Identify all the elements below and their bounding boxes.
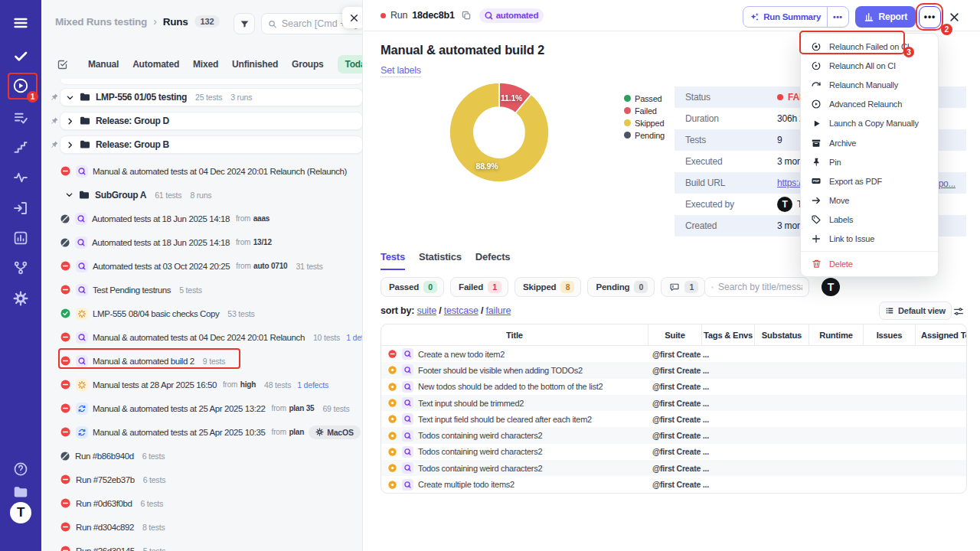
run-list-item[interactable]: LMP-556 01/05 testing 25 tests 3 runs xyxy=(60,88,363,106)
status-filter-pill[interactable]: Skipped 8 xyxy=(514,277,581,297)
test-row[interactable]: Todos containing weird characters2 @firs… xyxy=(381,444,966,460)
menu-item-link-to-issue[interactable]: Link to Issue xyxy=(801,230,938,249)
column-settings-icon[interactable] xyxy=(952,305,965,318)
run-list-item[interactable]: Run #752eb37b 6 tests xyxy=(41,468,363,491)
report-button[interactable]: Report xyxy=(855,6,916,28)
pulse-icon[interactable] xyxy=(13,170,29,186)
run-list-item[interactable]: Manual & automated tests at 04 Dec 2024 … xyxy=(41,325,363,349)
menu-icon[interactable] xyxy=(12,15,29,31)
gear-icon[interactable] xyxy=(13,291,29,307)
col-issues[interactable]: Issues xyxy=(863,324,915,345)
runs-tab[interactable]: Mixed xyxy=(193,59,218,70)
chevron-down-icon[interactable] xyxy=(65,191,74,199)
tab-statistics[interactable]: Statistics xyxy=(419,251,462,270)
col-runtime[interactable]: Runtime xyxy=(808,324,863,345)
status-filter-pill[interactable]: Pending 0 xyxy=(587,277,655,297)
user-avatar[interactable]: T xyxy=(822,278,840,296)
breadcrumb-project[interactable]: Mixed Runs testing xyxy=(55,16,147,28)
sort-testcase-link[interactable]: testcase xyxy=(444,305,479,316)
run-summary-button[interactable]: Run Summary ••• xyxy=(743,6,848,28)
runs-tab[interactable]: Unfinished xyxy=(232,59,278,70)
menu-item-relaunch-failed-on-ci[interactable]: Relaunch Failed on CI xyxy=(801,37,938,56)
run-defects-link[interactable]: 1 defects xyxy=(346,333,363,342)
menu-item-pin[interactable]: Pin xyxy=(801,152,938,171)
col-substatus[interactable]: Substatus xyxy=(754,324,808,345)
test-row[interactable]: Todos containing weird characters2 @firs… xyxy=(381,460,966,476)
sort-failure-link[interactable]: failure xyxy=(486,305,511,316)
run-list-item[interactable]: Manual & automated build 2 9 tests xyxy=(41,349,363,373)
chevron-down-icon[interactable] xyxy=(66,93,74,102)
sort-suite-link[interactable]: suite xyxy=(417,305,436,316)
tests-search-input[interactable] xyxy=(718,282,802,292)
more-actions-button[interactable]: ••• xyxy=(919,6,941,28)
menu-item-export-pdf[interactable]: PDF Export as PDF xyxy=(801,171,938,191)
chevron-right-icon[interactable] xyxy=(66,117,74,126)
run-list-item[interactable]: Manual & automated tests at 25 Apr 2025 … xyxy=(41,396,363,420)
menu-item-advanced-relaunch[interactable]: Advanced Relaunch xyxy=(801,95,938,114)
run-list-item[interactable]: Manual & automated tests at 04 Dec 2024 … xyxy=(41,159,363,183)
tab-defects[interactable]: Defects xyxy=(475,251,511,270)
tab-tests[interactable]: Tests xyxy=(381,251,405,270)
run-list-item[interactable]: Automated tests at 18 Jun 2025 14:18 fro… xyxy=(41,230,363,254)
run-list-item[interactable]: Run #d304c892 8 tests xyxy=(41,515,363,539)
menu-item-archive[interactable]: Archive xyxy=(801,133,938,152)
default-view-button[interactable]: Default view xyxy=(879,302,952,320)
chevron-right-icon[interactable] xyxy=(66,141,74,149)
tests-search[interactable] xyxy=(704,277,809,297)
col-assigned-to[interactable]: Assigned To xyxy=(915,324,966,345)
test-row[interactable]: Create multiple todo items2 @first Creat… xyxy=(381,476,966,492)
status-filter-pill[interactable]: Failed 1 xyxy=(450,277,508,297)
col-title[interactable]: Title xyxy=(381,324,648,345)
sign-in-icon[interactable] xyxy=(13,201,29,217)
menu-item-move[interactable]: Move xyxy=(801,191,938,210)
run-list-item[interactable]: Release: Group B xyxy=(60,135,363,154)
col-tags-envs[interactable]: Tags & Envs xyxy=(701,324,754,345)
branches-icon[interactable] xyxy=(13,260,29,276)
run-list-item[interactable]: Run #b86b940d 6 tests xyxy=(41,444,363,468)
run-list-item[interactable]: Run #0d63f0bd 6 tests xyxy=(41,491,363,515)
col-suite[interactable]: Suite xyxy=(648,324,701,345)
test-row[interactable]: Text input field should be cleared after… xyxy=(381,411,966,427)
run-list-item[interactable]: Test Pending testruns 5 tests xyxy=(41,278,363,302)
status-filter-pill[interactable]: Passed 0 xyxy=(381,277,444,297)
menu-item-relaunch-manually[interactable]: Relaunch Manually xyxy=(801,75,938,94)
test-row[interactable]: Footer should be visible when adding TOD… xyxy=(381,362,966,378)
run-tag-badge[interactable]: automated xyxy=(479,8,544,23)
runs-tab[interactable]: Groups xyxy=(292,59,323,70)
runs-play-circle-icon[interactable] xyxy=(12,77,30,95)
analytics-icon[interactable] xyxy=(13,230,29,246)
test-row[interactable]: Text input should be trimmed2 @first Cre… xyxy=(381,395,966,411)
steps-icon[interactable] xyxy=(13,139,28,155)
check-icon[interactable] xyxy=(13,48,29,64)
checklist-icon[interactable] xyxy=(13,110,29,126)
select-all-icon[interactable] xyxy=(57,59,68,70)
filter-button[interactable] xyxy=(234,13,255,34)
close-run-icon[interactable] xyxy=(949,11,960,23)
menu-item-relaunch-all-on-ci[interactable]: Relaunch All on CI xyxy=(801,56,938,75)
run-list-item[interactable]: Release: Group D xyxy=(60,112,363,130)
copy-icon[interactable] xyxy=(461,10,472,21)
run-list-item[interactable]: Run #26d30145 5 tests xyxy=(41,539,363,551)
run-summary-more-button[interactable]: ••• xyxy=(827,7,848,27)
help-icon[interactable] xyxy=(13,461,29,478)
projects-folder-icon[interactable] xyxy=(12,484,29,500)
run-list-item[interactable]: LMP-555 08/04 basic checks Copy 53 tests xyxy=(41,302,363,325)
run-list-item[interactable]: SubGroup A 61 tests 8 runs xyxy=(41,183,363,207)
runs-tab[interactable]: Today xyxy=(338,55,364,73)
build-url-tail[interactable]: po... xyxy=(939,178,956,189)
status-filter-pill[interactable]: 1 xyxy=(661,277,705,297)
menu-item-delete[interactable]: Delete xyxy=(801,254,938,273)
runs-tab[interactable]: Automated xyxy=(132,59,179,70)
test-row[interactable]: New todos should be added to the bottom … xyxy=(381,379,966,395)
run-list-item[interactable]: Automated tests at 18 Jun 2025 14:18 fro… xyxy=(41,207,363,230)
menu-item-labels[interactable]: Labels xyxy=(801,210,938,230)
testomat-logo[interactable]: T xyxy=(10,502,31,523)
run-list-item[interactable]: Manual tests at 28 Apr 2025 16:50 from h… xyxy=(41,373,363,396)
set-labels-link[interactable]: Set labels xyxy=(381,65,421,77)
run-defects-link[interactable]: 1 defects xyxy=(297,380,328,390)
menu-item-launch-copy-manually[interactable]: Launch a Copy Manually xyxy=(801,114,938,133)
run-list-item[interactable]: Manual & automated tests at 25 Apr 2025 … xyxy=(41,420,363,444)
run-list-item[interactable]: Automated tests at 03 Oct 2024 20:25 fro… xyxy=(41,254,363,278)
panel-close-button[interactable] xyxy=(342,7,363,28)
runs-tab[interactable]: Manual xyxy=(88,59,119,70)
